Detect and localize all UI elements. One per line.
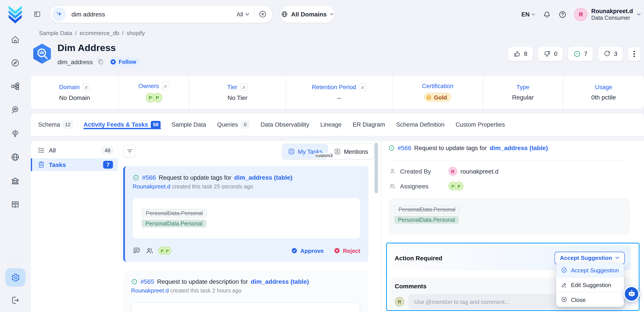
tab-schema-definition[interactable]: Schema Definition — [396, 113, 444, 136]
edit-owners-button[interactable] — [162, 82, 169, 90]
chatbot-fab[interactable] — [624, 286, 640, 302]
reject-button[interactable]: Reject — [334, 247, 360, 254]
assignees-icon[interactable] — [146, 247, 154, 255]
removed-tag: PersonalData.Personal — [394, 205, 460, 214]
assignee-avatar[interactable]: P — [455, 182, 463, 190]
tag-change-preview: PersonalData.Personal PersonalData.Perso… — [132, 198, 360, 239]
task-card-566[interactable]: #566 Request to update tags for dim_addr… — [123, 166, 368, 262]
notifications-bell-icon[interactable] — [543, 11, 551, 19]
docs-book-icon[interactable] — [11, 200, 20, 209]
medal-icon — [426, 94, 432, 100]
clipboard-tasks-icon — [38, 161, 45, 168]
more-actions-button[interactable] — [628, 47, 641, 61]
menu-item-accept-suggestion[interactable]: Accept Suggestion — [556, 263, 624, 277]
breadcrumb-item[interactable]: Sample Data — [39, 30, 72, 36]
person-icon — [389, 168, 396, 175]
copy-icon[interactable] — [98, 59, 104, 65]
panel-divider — [381, 141, 382, 312]
qualified-name: dim_address — [58, 58, 93, 65]
pencil-icon — [242, 85, 246, 89]
checklist-icon — [38, 146, 45, 153]
edit-tier-button[interactable] — [240, 83, 248, 91]
feed-scrollbar-thumb[interactable] — [375, 143, 378, 193]
filter-button[interactable] — [123, 145, 136, 158]
breadcrumb-item[interactable]: ecommerce_db — [80, 30, 119, 36]
compass-icon[interactable] — [11, 59, 20, 68]
asset-link[interactable]: dim_address (table) — [234, 174, 292, 181]
edit-domain-button[interactable] — [82, 83, 90, 91]
sync-history-button[interactable]: 3 — [598, 47, 623, 61]
all-count-badge: 48 — [102, 146, 113, 154]
people-icon — [389, 183, 396, 190]
governance-bank-icon[interactable] — [11, 176, 20, 185]
robot-icon — [627, 289, 636, 298]
suggestion-menu: Accept Suggestion Edit Suggestion Close — [556, 263, 624, 307]
upvote-button[interactable]: 8 — [508, 47, 533, 61]
metadata-owners: Owners P P — [118, 76, 189, 109]
breadcrumb: Sample Data / ecommerce_db / shopify — [39, 30, 145, 36]
logout-icon[interactable] — [11, 296, 20, 305]
globe-icon[interactable] — [11, 152, 20, 162]
breadcrumb-item[interactable]: shopify — [127, 30, 145, 36]
tab-er-diagram[interactable]: ER Diagram — [352, 113, 385, 136]
left-nav-rail — [0, 0, 31, 312]
downvote-button[interactable]: 0 — [538, 47, 563, 61]
toggle-mentions[interactable]: Mentions — [328, 144, 374, 159]
description-preview: This dimension table contains the billin… — [131, 302, 360, 312]
task-filter-all[interactable]: All 48 — [31, 144, 118, 156]
language-selector[interactable]: EN — [522, 11, 536, 18]
search-scope-dropdown[interactable]: All — [236, 11, 249, 18]
owner-avatar[interactable]: P — [152, 93, 162, 102]
atlan-logo[interactable] — [8, 5, 23, 24]
tab-schema[interactable]: Schema12 — [38, 113, 73, 136]
tab-custom-properties[interactable]: Custom Properties — [456, 113, 505, 136]
help-icon[interactable] — [559, 11, 567, 19]
all-domains-button[interactable]: All Domains — [280, 5, 335, 23]
created-by-row: Created By R rounakpreet.d — [389, 167, 498, 176]
pencil-icon — [360, 85, 365, 89]
chevron-down-icon — [636, 13, 641, 16]
home-icon[interactable] — [11, 35, 20, 44]
stray-tooltip-label: custom3 — [315, 153, 334, 158]
creator-name[interactable]: rounakpreet.d — [460, 168, 498, 175]
comment-icon[interactable] — [132, 247, 140, 255]
asset-link[interactable]: dim_address (table) — [251, 278, 309, 285]
clear-search-icon[interactable] — [259, 10, 267, 18]
activity-content: All 48 Tasks 7 My Tasks Mentions custom3 — [31, 141, 644, 312]
user-menu[interactable]: R Rounakpreet.d Data Consumer — [574, 7, 641, 22]
task-author-link[interactable]: Rounakpreet.d — [131, 287, 169, 293]
tasks-count-badge: 7 — [103, 161, 113, 169]
global-search-bar[interactable]: All — [50, 5, 273, 23]
tab-data-observability[interactable]: Data Observability — [260, 113, 309, 136]
menu-item-close[interactable]: Close — [556, 292, 624, 307]
follow-button[interactable]: Follow — [108, 57, 141, 67]
metadata-domain: Domain No Domain — [31, 76, 118, 109]
task-card-565[interactable]: #565 Request to update description for d… — [123, 270, 368, 312]
sidebar-toggle-icon[interactable] — [34, 11, 41, 18]
task-filter-tasks[interactable]: Tasks 7 — [31, 159, 118, 171]
search-input[interactable] — [72, 11, 236, 18]
ai-sparkle-icon — [52, 7, 66, 21]
metadata-tier: Tier No Tier — [189, 76, 285, 109]
settings-button[interactable] — [5, 268, 26, 286]
menu-item-edit-suggestion[interactable]: Edit Suggestion — [556, 278, 624, 292]
workflow-icon[interactable] — [11, 82, 20, 91]
accept-suggestion-dropdown-button[interactable]: Accept Suggestion — [554, 251, 625, 264]
x-circle-icon — [334, 248, 340, 254]
tab-queries[interactable]: Queries0 — [217, 113, 250, 136]
user-name: Rounakpreet.d — [591, 7, 633, 15]
insights-bulb-icon[interactable] — [11, 129, 20, 138]
open-tasks-button[interactable]: 7 — [568, 47, 593, 61]
observability-icon[interactable] — [11, 105, 20, 114]
task-id-link[interactable]: #566 — [398, 144, 412, 151]
task-id-link[interactable]: #565 — [140, 278, 154, 285]
task-author-link[interactable]: Rounakpreet.d — [132, 183, 170, 190]
tab-activity-feeds-tasks[interactable]: Activity Feeds & Tasks58 — [84, 113, 160, 136]
edit-retention-button[interactable] — [359, 83, 366, 91]
tab-sample-data[interactable]: Sample Data — [172, 113, 206, 136]
approve-button[interactable]: Approve — [291, 247, 324, 254]
open-task-status-icon — [388, 145, 395, 151]
task-id-link[interactable]: #566 — [142, 174, 156, 181]
asset-link[interactable]: dim_address (table) — [490, 144, 548, 151]
tab-lineage[interactable]: Lineage — [320, 113, 342, 136]
